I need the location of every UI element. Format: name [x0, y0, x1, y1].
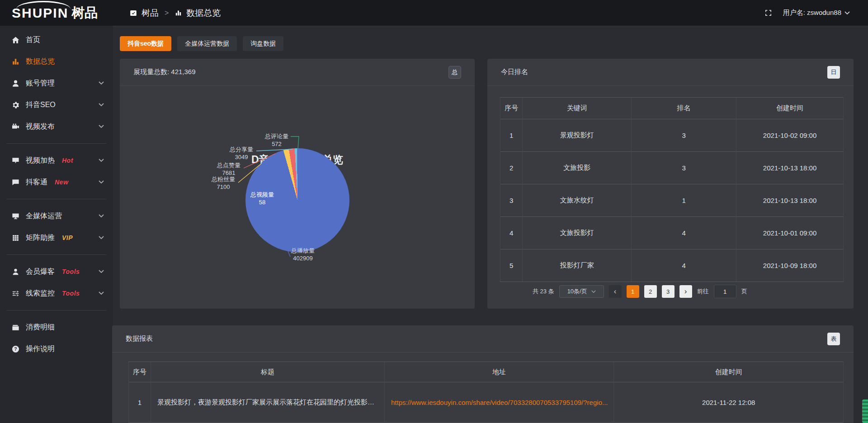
sidebar-item-video-heat[interactable]: 视频加热 Hot — [0, 150, 113, 171]
pagination: 共 23 条 10条/页 ‹ 1 2 3 › 前往 页 — [533, 285, 747, 298]
col-created: 创建时间 — [736, 98, 844, 119]
sidebar-item-label: 矩阵助推 — [26, 233, 55, 243]
sidebar-item-label: 首页 — [26, 35, 40, 45]
sidebar-divider — [6, 199, 107, 199]
pie-label-videos: 总视频量 58 — [248, 191, 276, 206]
sidebar-item-data-overview[interactable]: 数据总览 — [0, 51, 113, 72]
col-index: 序号 — [129, 362, 151, 382]
page-size-select[interactable]: 10条/页 — [559, 285, 604, 298]
sidebar-item-label: 账号管理 — [26, 79, 55, 88]
svg-text:?: ? — [14, 346, 17, 351]
page-button-2[interactable]: 2 — [644, 285, 657, 298]
wallet-icon — [11, 323, 20, 332]
user-name-label: 用户名: zswodun88 — [783, 9, 841, 17]
data-tabs: 抖音seo数据 全媒体运营数据 询盘数据 — [120, 36, 283, 51]
breadcrumb-root[interactable]: 树品 — [142, 7, 159, 19]
user-area: 用户名: zswodun88 — [764, 0, 850, 26]
col-keyword: 关键词 — [523, 98, 632, 119]
tab-media-operation[interactable]: 全媒体运营数据 — [177, 36, 237, 51]
chevron-down-icon — [844, 11, 850, 15]
grid-icon — [11, 233, 20, 242]
goto-label: 前往 — [697, 287, 709, 296]
day-mode-button[interactable]: 日 — [827, 66, 840, 79]
user-menu[interactable]: 用户名: zswodun88 — [783, 9, 850, 17]
page-button-1[interactable]: 1 — [627, 285, 639, 298]
table-row: 1景观投影灯32021-10-02 09:00 — [500, 119, 844, 152]
sidebar-item-label: 抖音SEO — [26, 100, 56, 110]
top-header: SHUPIN 树品 树品 > 数据总览 用户名: zswodun88 — [0, 0, 868, 26]
sidebar-item-label: 抖客通 — [26, 178, 47, 187]
chat-icon — [11, 178, 20, 187]
table-row: 1 景观投影灯，夜游景观投影灯厂家展示展示落花灯在花园里的灯光投影应用效果 # … — [129, 382, 844, 423]
sidebar-item-label: 线索监控 — [26, 289, 55, 298]
logo-arc-icon — [16, 1, 71, 9]
page-button-3[interactable]: 3 — [662, 285, 675, 298]
monitor-icon — [11, 212, 20, 221]
total-mode-button[interactable]: 总 — [448, 66, 461, 79]
sliders-icon — [11, 289, 20, 298]
sidebar-item-media-operation[interactable]: 全媒体运营 — [0, 205, 113, 227]
col-created: 创建时间 — [614, 362, 844, 382]
breadcrumb-separator: > — [165, 9, 169, 17]
chevron-down-icon — [99, 180, 104, 184]
floating-widget[interactable] — [862, 400, 868, 423]
breadcrumb-root-icon — [129, 9, 137, 17]
sidebar-item-video-publish[interactable]: 视频发布 — [0, 116, 113, 137]
video-url-link[interactable]: https://www.iesdouyin.com/share/video/70… — [384, 382, 614, 423]
breadcrumb-current[interactable]: 数据总览 — [186, 7, 221, 19]
sidebar-item-home[interactable]: 首页 — [0, 29, 113, 51]
chevron-down-icon — [99, 159, 104, 162]
table-mode-button[interactable]: 表 — [827, 333, 840, 345]
rank-panel: 今日排名 日 序号 关键词 排名 创建时间 1景观投影灯32021-10-02 … — [487, 59, 854, 309]
question-icon: ? — [11, 344, 20, 353]
sidebar-item-help[interactable]: ? 操作说明 — [0, 338, 113, 360]
col-index: 序号 — [500, 98, 523, 119]
next-page-button[interactable]: › — [679, 285, 692, 298]
sidebar-item-matrix-boost[interactable]: 矩阵助推 VIP — [0, 227, 113, 249]
app: SHUPIN 树品 树品 > 数据总览 用户名: zswodun88 — [0, 0, 868, 423]
sidebar-item-lead-monitor[interactable]: 线索监控 Tools — [0, 282, 113, 304]
sidebar-item-consumption[interactable]: 消费明细 — [0, 316, 113, 338]
tools-badge: Tools — [62, 290, 80, 297]
breadcrumb: 树品 > 数据总览 — [129, 7, 221, 19]
chevron-down-icon — [99, 270, 104, 273]
screen-icon — [11, 156, 20, 165]
bar-chart-icon — [11, 57, 20, 66]
table-header-row: 序号 标题 地址 创建时间 — [129, 362, 844, 382]
video-title-cell: 景观投影灯，夜游景观投影灯厂家展示展示落花灯在花园里的灯光投影应用效果 # — [151, 382, 385, 423]
home-icon — [11, 35, 20, 44]
sidebar-item-douyin-seo[interactable]: 抖音SEO — [0, 94, 113, 116]
table-row: 2文旅投影32021-10-13 18:00 — [500, 152, 844, 184]
gear-icon — [11, 100, 20, 109]
table-row: 3文旅水纹灯12021-10-13 18:00 — [500, 184, 844, 217]
sidebar-item-label: 数据总览 — [26, 57, 55, 66]
sidebar-item-douketong[interactable]: 抖客通 New — [0, 171, 113, 193]
sidebar-item-label: 视频发布 — [26, 122, 55, 132]
prev-page-button[interactable]: ‹ — [609, 285, 622, 298]
tab-douyin-seo[interactable]: 抖音seo数据 — [120, 36, 171, 51]
sidebar-item-label: 全媒体运营 — [26, 212, 62, 221]
sidebar-item-label: 消费明细 — [26, 323, 55, 332]
fullscreen-icon[interactable] — [764, 9, 772, 17]
goto-page-input[interactable] — [714, 285, 736, 298]
pie-label-likes: 总点赞量 7681 — [215, 161, 243, 177]
sidebar-item-account[interactable]: 账号管理 — [0, 72, 113, 94]
chevron-down-icon — [591, 290, 596, 293]
tab-inquiry[interactable]: 询盘数据 — [243, 36, 283, 51]
sidebar-item-label: 会员爆客 — [26, 267, 55, 277]
table-row: 5投影灯厂家42021-10-09 18:00 — [500, 249, 844, 282]
col-url: 地址 — [384, 362, 614, 382]
pie-label-comments: 总评论量 572 — [263, 132, 291, 148]
logo-text-cn: 树品 — [71, 4, 98, 22]
chevron-down-icon — [99, 125, 104, 128]
vip-badge: VIP — [62, 234, 73, 241]
sidebar-item-member-burst[interactable]: 会员爆客 Tools — [0, 261, 113, 282]
rank-panel-header: 今日排名 日 — [487, 59, 854, 86]
member-icon — [11, 267, 20, 276]
report-panel: 数据报表 表 序号 标题 地址 创建时间 1 景观投影灯，夜游景观投影灯厂家展示… — [112, 325, 854, 423]
chart-panel: 展现量总数: 421,369 总 D音SEO数据量总览 总评论量 572 总分享… — [120, 59, 475, 309]
logo: SHUPIN 树品 — [0, 0, 113, 26]
chevron-down-icon — [99, 236, 104, 240]
chevron-down-icon — [99, 103, 104, 107]
sidebar-item-label: 视频加热 — [26, 156, 55, 165]
